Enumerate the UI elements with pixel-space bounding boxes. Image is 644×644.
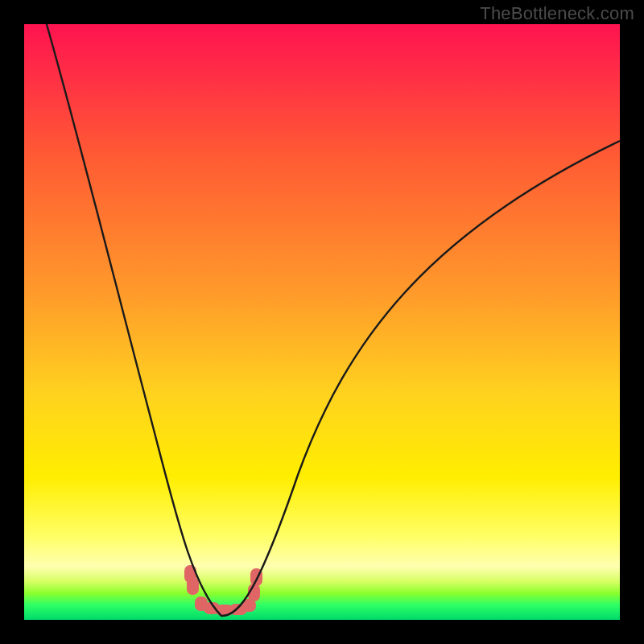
watermark-text: TheBottleneck.com bbox=[480, 3, 634, 24]
heat-gradient-background bbox=[24, 24, 620, 620]
svg-rect-0 bbox=[24, 24, 620, 620]
plot-frame bbox=[24, 24, 620, 620]
